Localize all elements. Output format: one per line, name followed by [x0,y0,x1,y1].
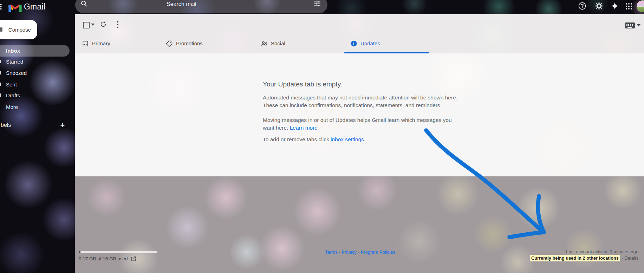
gmail-logo-icon [8,2,22,12]
input-tools-caret-icon[interactable] [637,24,640,26]
pencil-icon [0,27,2,32]
hamburger-menu-icon[interactable] [0,4,2,11]
settings-gear-icon[interactable] [594,1,604,11]
learn-more-link[interactable]: Learn more [290,125,318,131]
sidebar-item-more[interactable]: More [0,101,70,112]
program-policies-link[interactable]: Program Policies [360,249,395,255]
sidebar-item-inbox[interactable]: Inbox [0,45,70,56]
sidebar-item-starred[interactable]: Starred [0,56,70,67]
terms-link[interactable]: Terms [325,249,337,255]
tab-updates[interactable]: Updates [344,33,436,53]
details-link[interactable]: Details [624,255,638,261]
mail-panel-content [75,53,644,176]
inbox-tab-icon [82,40,89,47]
add-label-plus-icon[interactable]: + [57,120,68,131]
empty-state-paragraph-2: Moving messages in or out of Updates hel… [263,116,459,131]
storage-usage: 0.17 GB of 15 GB used [79,256,136,261]
compose-button[interactable]: Compose [0,20,37,39]
draft-icon [0,93,1,97]
select-all-checkbox[interactable] [83,22,90,28]
tag-icon [166,40,173,47]
account-activity-detail-row: Currently being used in 2 other location… [530,255,638,261]
refresh-icon[interactable] [99,20,107,28]
tab-promotions[interactable]: Promotions [160,33,254,53]
info-icon [350,40,357,47]
empty-state-paragraph-3: To add or remove tabs click inbox settin… [263,136,459,143]
send-icon [0,83,1,86]
gmail-wordmark: Gmail [24,2,45,12]
privacy-link[interactable]: Privacy [341,249,357,255]
storage-progress-bar [79,251,157,253]
tab-primary[interactable]: Primary [76,33,166,53]
footer-policy-links: Terms · Privacy · Program Policies [307,249,413,255]
gemini-sparkle-icon[interactable] [611,2,619,10]
storage-progress-fill [79,251,80,253]
search-bar[interactable] [75,0,327,13]
more-options-icon[interactable] [117,21,119,28]
tab-social[interactable]: Social [254,33,349,53]
labels-heading: bels [1,122,11,128]
search-options-tune-icon[interactable] [313,0,321,8]
star-icon [0,60,1,63]
search-icon [80,0,88,7]
sidebar-item-drafts[interactable]: Drafts [0,90,70,101]
apps-grid-icon[interactable] [625,2,633,10]
people-icon [261,40,268,47]
open-in-new-icon[interactable] [131,256,136,261]
search-input[interactable] [166,1,364,8]
gmail-window: Gmail [0,0,644,273]
sidebar-item-sent[interactable]: Sent [0,79,70,90]
select-dropdown-caret-icon[interactable] [91,24,95,26]
empty-state-paragraph-1: Automated messages that may not need imm… [263,94,459,109]
last-account-activity: Last account activity: 0 minutes ago [566,249,638,254]
used-in-other-locations-highlight: Currently being used in 2 other location… [530,255,620,261]
clock-icon [0,71,1,74]
input-tools-keyboard-icon[interactable] [625,22,635,28]
empty-state-title: Your Updates tab is empty. [263,80,342,88]
sidebar-item-snoozed[interactable]: Snoozed [0,67,70,78]
selected-tab-underline [344,52,429,53]
help-icon[interactable] [578,2,586,10]
inbox-settings-link[interactable]: inbox settings [331,136,364,142]
compose-label: Compose [8,27,31,33]
